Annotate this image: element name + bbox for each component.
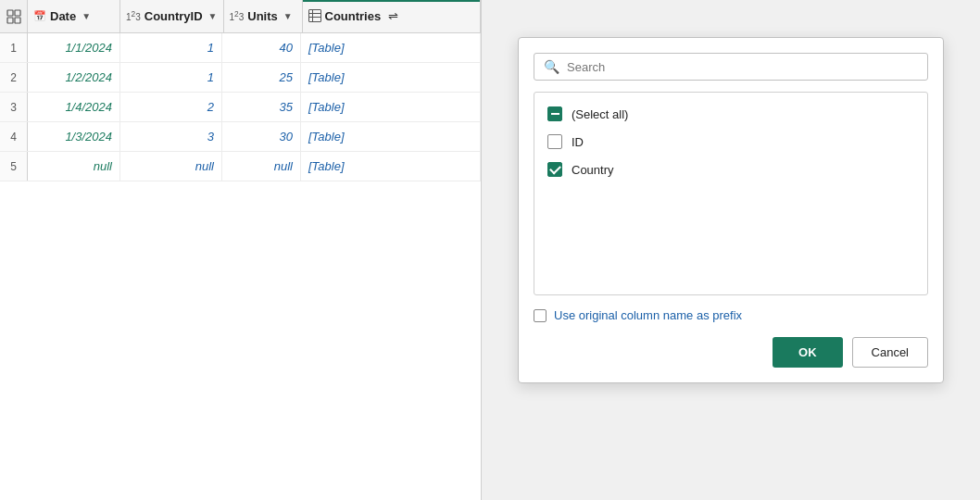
col-date-label: Date — [50, 9, 76, 23]
units-dropdown-arrow[interactable]: ▼ — [283, 11, 293, 21]
col-countryid-label: CountryID — [144, 9, 203, 23]
units-col-icon: 123 — [230, 9, 245, 22]
cell-countryid-1: 1 — [120, 33, 222, 62]
row-num-3: 3 — [0, 93, 28, 121]
cell-countries-5: [Table] — [301, 152, 481, 181]
cell-units-1: 40 — [222, 33, 301, 62]
ok-button[interactable]: OK — [773, 337, 843, 368]
checkbox-select-all-label: (Select all) — [572, 107, 628, 121]
table-row: 5 null null null [Table] — [0, 152, 481, 181]
prefix-checkbox[interactable] — [534, 309, 547, 322]
active-col-indicator — [303, 0, 480, 2]
cell-countryid-2: 1 — [120, 63, 222, 92]
cell-countries-1: [Table] — [301, 33, 481, 62]
column-checkbox-list: (Select all) ID Country — [534, 92, 928, 295]
cell-date-4: 1/3/2024 — [28, 122, 120, 151]
checkbox-select-all[interactable] — [547, 106, 562, 121]
col-header-countryid[interactable]: 123 CountryID ▼ — [120, 0, 224, 32]
svg-rect-4 — [308, 9, 320, 21]
countryid-dropdown-arrow[interactable]: ▼ — [208, 11, 218, 21]
svg-rect-3 — [15, 18, 20, 23]
col-header-units[interactable]: 123 Units ▼ — [224, 0, 303, 32]
cell-date-1: 1/1/2024 — [28, 33, 120, 62]
cell-countries-2: [Table] — [301, 63, 481, 92]
prefix-label: Use original column name as prefix — [554, 308, 742, 322]
checkbox-country-label: Country — [572, 163, 614, 177]
checkbox-item-country[interactable]: Country — [534, 156, 927, 183]
date-dropdown-arrow[interactable]: ▼ — [82, 11, 91, 21]
search-icon: 🔍 — [544, 59, 559, 74]
row-num-5: 5 — [0, 152, 28, 181]
checkbox-item-id[interactable]: ID — [534, 128, 927, 156]
checkbox-country[interactable] — [547, 162, 562, 177]
cell-countries-3: [Table] — [301, 93, 481, 121]
cancel-button[interactable]: Cancel — [852, 337, 928, 368]
row-num-header — [0, 0, 28, 32]
row-num-4: 4 — [0, 122, 28, 151]
search-box[interactable]: 🔍 — [534, 53, 928, 81]
countries-expand-icon[interactable]: ⇌ — [388, 9, 398, 23]
cell-date-3: 1/4/2024 — [28, 93, 120, 121]
prefix-row[interactable]: Use original column name as prefix — [534, 308, 928, 322]
countryid-col-icon: 123 — [126, 9, 141, 22]
cell-units-3: 35 — [222, 93, 301, 121]
col-header-countries[interactable]: Countries ⇌ — [303, 0, 481, 32]
cell-countries-4: [Table] — [301, 122, 481, 151]
col-header-date[interactable]: 📅 Date ▼ — [28, 0, 120, 32]
checkbox-id[interactable] — [547, 134, 562, 149]
checkbox-id-label: ID — [572, 135, 584, 149]
table-row: 2 1/2/2024 1 25 [Table] — [0, 63, 481, 93]
table-header: 📅 Date ▼ 123 CountryID ▼ 123 Units ▼ — [0, 0, 481, 33]
countries-col-icon — [308, 9, 321, 24]
cell-units-4: 30 — [222, 122, 301, 151]
table-row: 4 1/3/2024 3 30 [Table] — [0, 122, 481, 152]
table-panel: 📅 Date ▼ 123 CountryID ▼ 123 Units ▼ — [0, 0, 482, 500]
date-col-icon: 📅 — [33, 10, 46, 22]
cell-countryid-5: null — [120, 152, 222, 181]
cell-date-2: 1/2/2024 — [28, 63, 120, 92]
cell-units-5: null — [222, 152, 301, 181]
table-row: 3 1/4/2024 2 35 [Table] — [0, 93, 481, 122]
dialog-footer: OK Cancel — [534, 337, 928, 368]
svg-rect-0 — [7, 10, 13, 16]
dialog-backdrop: 🔍 (Select all) ID Country Use original c… — [482, 0, 980, 500]
row-num-2: 2 — [0, 63, 28, 92]
expand-columns-dialog: 🔍 (Select all) ID Country Use original c… — [518, 37, 944, 383]
cell-countryid-3: 2 — [120, 93, 222, 121]
svg-rect-2 — [7, 18, 13, 23]
col-countries-label: Countries — [325, 9, 382, 23]
cell-countryid-4: 3 — [120, 122, 222, 151]
search-input[interactable] — [567, 60, 918, 74]
cell-date-5: null — [28, 152, 120, 181]
col-units-label: Units — [247, 9, 278, 23]
cell-units-2: 25 — [222, 63, 301, 92]
row-num-1: 1 — [0, 33, 28, 62]
svg-rect-1 — [15, 10, 20, 16]
table-body: 1 1/1/2024 1 40 [Table] 2 1/2/2024 1 25 … — [0, 33, 481, 181]
checkbox-item-select-all[interactable]: (Select all) — [534, 100, 927, 128]
table-row: 1 1/1/2024 1 40 [Table] — [0, 33, 481, 63]
